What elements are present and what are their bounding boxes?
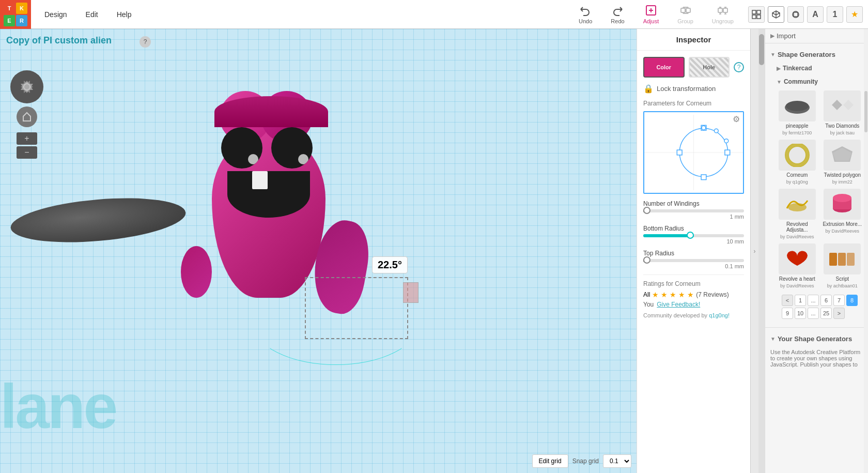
svg-rect-8 <box>757 15 761 19</box>
zoom-out-button[interactable]: − <box>17 146 37 159</box>
undo-button[interactable]: Undo <box>575 2 596 26</box>
svg-rect-1 <box>681 8 685 12</box>
ratings-all-label: All <box>643 291 650 298</box>
toolbar: Undo Redo Adjust Group Ungroup <box>575 2 738 26</box>
logo-tin: T <box>4 3 15 14</box>
lock-label: Lock transformation <box>657 85 716 93</box>
svg-point-23 <box>786 101 809 111</box>
snap-select[interactable]: 0.1 0.5 1.0 <box>603 454 631 468</box>
shape-generators-header[interactable]: ▼ Shape Generators <box>770 48 863 62</box>
svg-rect-33 <box>838 253 846 266</box>
your-shapes-header[interactable]: ▼ Your Shape Generators <box>770 332 863 346</box>
import-header[interactable]: ▶ Import <box>770 32 863 40</box>
shape-extrusion-author: by DavidReeves <box>825 228 859 234</box>
svg-point-27 <box>787 145 808 165</box>
page-9[interactable]: 9 <box>782 308 793 319</box>
shape-revolved[interactable]: Revolved Adjusta... by DavidReeves <box>777 189 818 239</box>
shape-pineapple-name: pineapple <box>786 123 808 129</box>
svg-rect-7 <box>752 15 756 19</box>
page-prev[interactable]: < <box>782 295 793 306</box>
adjust-button[interactable]: Adjust <box>639 2 663 26</box>
param-windings-track[interactable] <box>643 209 744 212</box>
canvas-area[interactable]: Copy of PI custom alien ? + − <box>0 29 637 473</box>
rotate-control[interactable] <box>10 70 43 103</box>
feedback-link[interactable]: Give Feedback! <box>657 301 700 308</box>
page-next[interactable]: > <box>833 308 845 319</box>
group-button[interactable]: Group <box>673 2 698 26</box>
page-1[interactable]: 1 <box>795 295 806 306</box>
zoom-in-button[interactable]: + <box>17 132 37 145</box>
svg-rect-16 <box>725 150 730 155</box>
grid-view-icon[interactable] <box>748 6 765 23</box>
shape-corneum-thumb <box>779 140 816 171</box>
text-icon[interactable]: A <box>807 6 824 23</box>
shape-script[interactable]: Script by achtbaan01 <box>822 243 863 288</box>
nav-design[interactable]: Design <box>35 0 76 29</box>
nav-edit[interactable]: Edit <box>76 0 107 29</box>
edit-grid-button[interactable]: Edit grid <box>532 454 568 468</box>
page-6[interactable]: 6 <box>820 295 832 306</box>
page-7[interactable]: 7 <box>833 295 845 306</box>
main-scrollbar[interactable] <box>758 29 765 473</box>
logo-k: K <box>16 3 27 14</box>
home-view-button[interactable] <box>17 106 37 127</box>
page-dots-2: ... <box>808 308 819 319</box>
shape-revolved-author: by DavidReeves <box>780 234 814 239</box>
panel-collapse-button[interactable]: › <box>750 29 758 473</box>
param-top-radius-thumb[interactable] <box>643 256 650 264</box>
shape-twisted-thumb <box>824 140 861 171</box>
shape-two-diamonds-name: Two Diamonds <box>825 123 859 129</box>
param-top-radius-track[interactable] <box>643 259 744 262</box>
svg-rect-3 <box>718 8 722 12</box>
shape-extrusion[interactable]: Extrusion More... by DavidReeves <box>822 189 863 239</box>
page-dots-1: ... <box>808 295 819 306</box>
your-shapes-section: ▼ Your Shape Generators Use the Autodesk… <box>765 327 868 372</box>
gear-icon[interactable]: ⚙ <box>733 114 740 124</box>
svg-point-20 <box>724 139 729 143</box>
param-bottom-radius-track[interactable] <box>643 234 744 237</box>
shapes-icon[interactable] <box>787 6 804 23</box>
star-icon[interactable]: ★ <box>846 6 863 23</box>
param-bottom-radius-value: 10 mm <box>643 238 744 245</box>
project-title[interactable]: Copy of PI custom alien <box>6 35 112 46</box>
tinkercad-header[interactable]: ▶ Tinkercad <box>777 62 863 75</box>
shape-corneum-name: Corneum <box>786 172 808 178</box>
param-top-radius-label: Top Radius <box>643 250 744 257</box>
shape-pineapple[interactable]: pineapple by fermtz1700 <box>777 90 818 135</box>
community-header[interactable]: ▼ Community <box>777 75 863 88</box>
logo[interactable]: T K E R <box>0 0 31 29</box>
redo-button[interactable]: Redo <box>607 2 628 26</box>
page-8[interactable]: 8 <box>846 295 858 306</box>
param-bottom-radius-thumb[interactable] <box>687 232 694 239</box>
help-button[interactable]: ? <box>140 36 151 48</box>
community-author-link[interactable]: q1g0ng! <box>709 312 730 318</box>
svg-rect-32 <box>829 253 837 266</box>
info-icon[interactable]: ? <box>734 62 744 72</box>
param-windings-thumb[interactable] <box>643 207 650 214</box>
shape-twisted[interactable]: Twisted polygon by imm22 <box>822 140 863 185</box>
svg-rect-4 <box>723 8 727 12</box>
star-1: ★ <box>652 291 659 299</box>
shape-twisted-name: Twisted polygon <box>824 172 861 178</box>
svg-point-31 <box>833 194 851 202</box>
ungroup-button[interactable]: Ungroup <box>708 2 738 26</box>
number-icon[interactable]: 1 <box>827 6 843 23</box>
page-10[interactable]: 10 <box>795 308 806 319</box>
svg-rect-10 <box>794 12 798 17</box>
hole-button[interactable]: Hole <box>689 57 730 78</box>
shape-two-diamonds[interactable]: Two Diamonds by jack tsau <box>822 90 863 135</box>
inspector-scrollbar[interactable] <box>864 29 868 473</box>
page-25[interactable]: 25 <box>820 308 832 319</box>
cube-view-icon[interactable] <box>768 6 784 23</box>
shape-revolved-thumb <box>779 189 816 220</box>
color-button[interactable]: Color <box>643 57 685 78</box>
shape-heart-thumb <box>779 243 816 274</box>
shape-corneum[interactable]: Corneum by q1g0ng <box>777 140 818 185</box>
shape-script-author: by achtbaan01 <box>827 283 858 288</box>
shape-heart[interactable]: Revolve a heart by DavidReeves <box>777 243 818 288</box>
right-sidebar: ▶ Import ▼ Shape Generators ▶ Tinkercad … <box>765 29 868 473</box>
shape-heart-author: by DavidReeves <box>780 283 814 288</box>
nav-help[interactable]: Help <box>107 0 141 29</box>
profile-svg[interactable] <box>644 112 743 193</box>
review-count: (7 Reviews) <box>696 291 729 298</box>
